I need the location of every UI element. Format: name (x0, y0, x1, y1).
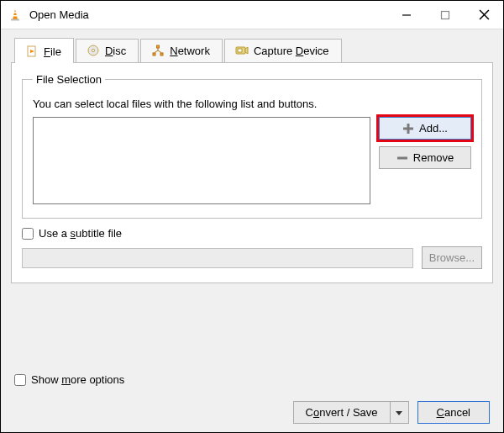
file-list[interactable] (33, 117, 370, 204)
window-content: File Disc (1, 29, 503, 432)
file-selection-legend: File Selection (33, 73, 105, 86)
svg-marker-20 (245, 47, 248, 54)
svg-rect-3 (11, 18, 19, 20)
file-selection-help: You can select local files with the foll… (33, 98, 471, 110)
tab-network-label: Network (170, 45, 210, 57)
titlebar: Open Media (1, 1, 503, 29)
convert-save-dropdown[interactable] (391, 401, 409, 424)
svg-rect-22 (403, 127, 413, 129)
tab-file-label: File (44, 45, 61, 58)
cancel-button[interactable]: Cancel (417, 401, 490, 424)
tab-bar: File Disc (11, 38, 493, 62)
add-button[interactable]: Add... (379, 117, 471, 140)
svg-rect-19 (238, 49, 242, 52)
svg-rect-1 (13, 12, 18, 13)
capture-device-icon (235, 44, 249, 57)
tab-network[interactable]: Network (140, 39, 223, 62)
file-tab-panel: File Selection You can select local file… (11, 62, 493, 283)
chevron-down-icon (395, 409, 403, 417)
subtitle-checkbox[interactable] (22, 228, 34, 240)
bottom-area: Show more options Convert / Save Cancel (11, 368, 493, 424)
svg-line-17 (158, 50, 162, 53)
subtitle-row: Use a subtitle file (22, 227, 482, 240)
svg-rect-2 (13, 15, 18, 17)
tab-capture-label: Capture Device (254, 45, 329, 57)
plus-icon (402, 123, 414, 135)
file-side-buttons: Add... Remove (379, 117, 471, 169)
show-more-options-text: Show more options (31, 373, 124, 386)
network-icon (151, 44, 165, 57)
vlc-cone-icon (8, 8, 23, 23)
close-button[interactable] (465, 1, 503, 29)
svg-point-11 (92, 49, 94, 51)
disc-icon (87, 44, 100, 57)
window-title: Open Media (29, 8, 387, 21)
file-selection-group: File Selection You can select local file… (22, 73, 482, 219)
minimize-button[interactable] (387, 1, 426, 29)
svg-rect-23 (397, 156, 407, 159)
browse-button-label: Browse... (429, 251, 475, 264)
show-more-options-checkbox[interactable] (14, 374, 26, 386)
svg-rect-5 (442, 11, 449, 18)
tab-disc[interactable]: Disc (76, 39, 139, 62)
subtitle-label-text: Use a subtitle file (39, 227, 122, 240)
maximize-button[interactable] (426, 1, 465, 29)
remove-button[interactable]: Remove (379, 146, 471, 169)
subtitle-checkbox-label[interactable]: Use a subtitle file (22, 227, 122, 240)
show-more-options-label[interactable]: Show more options (14, 373, 124, 386)
convert-save-label: Convert / Save (306, 406, 378, 419)
svg-marker-0 (13, 9, 18, 19)
open-media-window: Open Media File (0, 0, 504, 433)
remove-button-label: Remove (413, 151, 454, 164)
cancel-label: Cancel (437, 406, 470, 419)
tab-capture-device[interactable]: Capture Device (224, 39, 342, 62)
tab-file[interactable]: File (14, 38, 74, 63)
svg-rect-12 (157, 45, 160, 48)
minus-icon (396, 152, 408, 164)
convert-save-button[interactable]: Convert / Save (293, 401, 391, 424)
svg-line-16 (155, 50, 159, 53)
convert-save-split-button: Convert / Save (293, 401, 409, 424)
tab-disc-label: Disc (105, 45, 126, 57)
file-icon (25, 45, 39, 58)
browse-button: Browse... (422, 246, 482, 269)
svg-rect-14 (160, 53, 163, 55)
add-button-label: Add... (419, 122, 448, 135)
subtitle-path-field (22, 248, 413, 268)
svg-rect-13 (153, 53, 155, 55)
svg-marker-24 (396, 411, 402, 415)
